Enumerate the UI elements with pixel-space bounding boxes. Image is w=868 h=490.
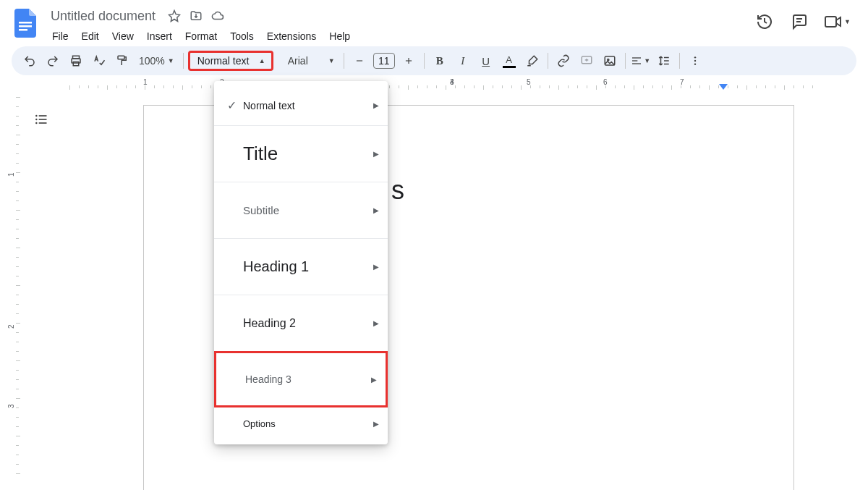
svg-rect-30 [39,115,47,117]
svg-point-29 [35,122,38,124]
svg-point-17 [607,59,608,60]
highlight-color-button[interactable] [522,50,543,72]
chevron-right-icon: ▶ [373,101,379,109]
separator [424,53,425,69]
svg-rect-9 [118,56,124,59]
chevron-down-icon: ▼ [844,18,851,25]
svg-point-25 [694,60,695,62]
chevron-right-icon: ▶ [373,319,379,327]
menu-view[interactable]: View [106,28,140,45]
insert-link-button[interactable] [553,50,574,72]
header: Untitled document File Edit View Insert … [0,0,868,46]
style-option-subtitle[interactable]: Subtitle ▶ [214,182,388,239]
menu-edit[interactable]: Edit [76,28,105,45]
docs-logo[interactable] [12,9,41,38]
svg-point-24 [694,56,695,58]
print-button[interactable] [65,50,87,72]
svg-point-28 [35,119,38,121]
svg-rect-5 [825,17,836,27]
svg-rect-0 [19,22,32,24]
style-label: Heading 2 [240,317,373,330]
chevron-right-icon: ▶ [373,420,379,428]
chevron-right-icon: ▶ [373,263,379,271]
line-spacing-button[interactable] [653,50,675,72]
underline-button[interactable]: U [475,50,497,72]
ruler-number: 3 [7,404,15,408]
meet-button[interactable]: ▼ [824,14,851,30]
menu-insert[interactable]: Insert [141,28,178,45]
svg-point-26 [694,63,695,64]
undo-button[interactable] [19,50,41,72]
chevron-down-icon: ▼ [644,57,650,64]
svg-point-27 [35,115,38,117]
menu-file[interactable]: File [46,28,75,45]
show-outline-button[interactable] [30,109,52,130]
chevron-right-icon: ▶ [373,150,379,158]
font-dropdown[interactable]: Arial▼ [284,50,339,72]
paragraph-style-value: Normal text [197,55,250,67]
insert-comment-button[interactable] [576,50,597,72]
style-option-normal-text[interactable]: ✓ Normal text ▶ [214,85,388,126]
style-label: Heading 1 [240,258,373,275]
style-options[interactable]: Options ▶ [214,407,388,440]
toolbar-container: 100%▼ Normal text▲ Arial▼ 11 B I U A ▼ [0,46,868,75]
spellcheck-button[interactable] [88,50,110,72]
document-text: s [391,175,405,205]
italic-button[interactable]: I [452,50,474,72]
paragraph-styles-panel: ✓ Normal text ▶ Title ▶ Subtitle ▶ Headi… [214,81,388,444]
toolbar: 100%▼ Normal text▲ Arial▼ 11 B I U A ▼ [12,46,856,75]
style-label: Heading 3 [242,373,371,385]
style-option-heading-3[interactable]: Heading 3 ▶ [214,351,388,407]
more-button[interactable] [684,50,706,72]
star-icon[interactable] [167,9,182,23]
zoom-value: 100% [139,55,165,67]
comments-icon[interactable] [789,12,809,32]
chevron-up-icon: ▲ [259,57,265,64]
zoom-dropdown[interactable]: 100%▼ [135,50,179,72]
separator [679,53,680,69]
svg-rect-1 [19,25,32,28]
separator [344,53,344,69]
header-right: ▼ [754,12,856,32]
style-label: Subtitle [240,204,373,216]
redo-button[interactable] [42,50,64,72]
bold-button[interactable]: B [429,50,451,72]
increase-font-size-button[interactable] [398,50,420,72]
chevron-down-icon: ▼ [328,57,335,64]
align-dropdown[interactable]: ▼ [630,50,652,72]
menu-extensions[interactable]: Extensions [261,28,322,45]
check-icon: ✓ [223,98,240,112]
ruler-number: 1 [7,172,15,177]
text-color-button[interactable]: A [498,50,520,72]
separator [183,53,184,69]
svg-rect-2 [19,29,27,31]
separator [625,53,626,69]
horizontal-ruler[interactable]: 1 2 4 5 6 7 3 [26,78,868,90]
menu-format[interactable]: Format [179,28,223,45]
separator [548,53,548,69]
style-label: Options [240,418,373,429]
menu-help[interactable]: Help [323,28,356,45]
font-value: Arial [288,55,308,67]
move-icon[interactable] [189,9,203,23]
menu-tools[interactable]: Tools [224,28,260,45]
ruler-area: 1 2 4 5 6 7 3 [0,78,868,90]
insert-image-button[interactable] [599,50,621,72]
style-label: Normal text [240,100,373,111]
menubar: File Edit View Insert Format Tools Exten… [46,26,754,46]
chevron-right-icon: ▶ [373,206,379,214]
ruler-number: 2 [7,324,15,329]
history-icon[interactable] [754,12,775,32]
chevron-down-icon: ▼ [168,57,174,64]
style-option-heading-2[interactable]: Heading 2 ▶ [214,295,388,352]
font-size-group: 11 [349,50,420,72]
paragraph-styles-dropdown[interactable]: Normal text▲ [188,51,273,71]
vertical-ruler[interactable]: 1 2 3 [6,90,20,490]
style-option-title[interactable]: Title ▶ [214,126,388,182]
paint-format-button[interactable] [111,50,133,72]
font-size-input[interactable]: 11 [373,53,395,69]
decrease-font-size-button[interactable] [349,50,370,72]
document-title[interactable]: Untitled document [46,7,160,25]
cloud-status-icon[interactable] [210,9,225,23]
style-option-heading-1[interactable]: Heading 1 ▶ [214,239,388,295]
